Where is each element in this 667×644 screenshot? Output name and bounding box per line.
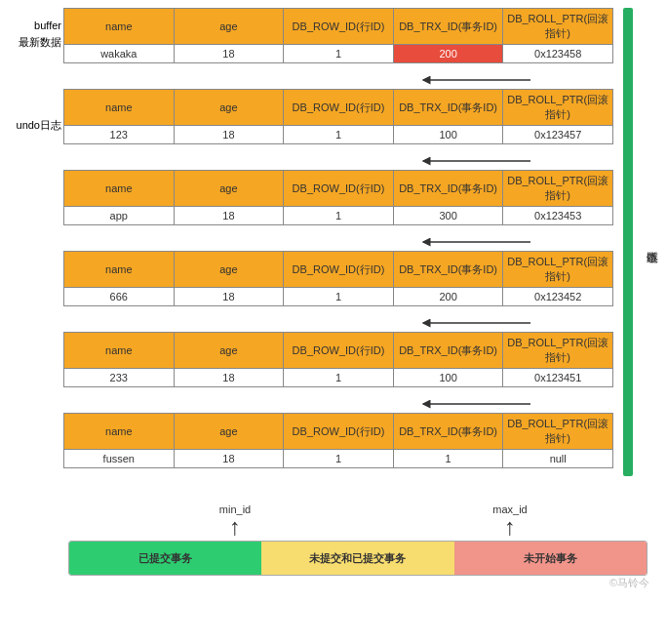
- td-fussen: fussen: [64, 450, 175, 468]
- up-arrow-max-icon: ↑: [504, 515, 516, 539]
- undo5-data-row: fussen 18 1 1 null: [64, 450, 613, 468]
- td-ptr-3: 0x123452: [503, 288, 613, 306]
- undo1-header-row: name age DB_ROW_ID(行ID) DB_TRX_ID(事务ID) …: [64, 90, 613, 126]
- up-arrow-min-icon: ↑: [229, 515, 241, 539]
- td-200-0: 200: [393, 45, 503, 63]
- undo-table-1-block: name age DB_ROW_ID(行ID) DB_TRX_ID(事务ID) …: [63, 89, 613, 144]
- undo-table-5-block: name age DB_ROW_ID(行ID) DB_TRX_ID(事务ID) …: [63, 413, 613, 468]
- th-trx-id-4: DB_TRX_ID(事务ID): [393, 333, 503, 369]
- th-name-2: name: [64, 171, 175, 207]
- up-arrow-min: ↑: [98, 515, 373, 539]
- arrow-5: [63, 395, 613, 413]
- undo-table-1: name age DB_ROW_ID(行ID) DB_TRX_ID(事务ID) …: [63, 89, 613, 144]
- bar-uncommitted-label: 未提交和已提交事务: [309, 551, 406, 566]
- th-row-id: DB_ROW_ID(行ID): [284, 9, 394, 45]
- td-200-3: 200: [393, 288, 503, 306]
- td-666: 666: [64, 288, 175, 306]
- buffer-header-row: name age DB_ROW_ID(行ID) DB_TRX_ID(事务ID) …: [64, 9, 613, 45]
- td-ptr-2: 0x123453: [503, 207, 613, 225]
- th-row-id-3: DB_ROW_ID(行ID): [284, 252, 394, 288]
- td-100-4: 100: [393, 369, 503, 387]
- th-roll-ptr-1: DB_ROLL_PTR(回滚指针): [503, 90, 613, 126]
- th-age-3: age: [174, 252, 284, 288]
- buffer-data-row: wakaka 18 1 200 0x123458: [64, 45, 613, 63]
- bar-uncommitted: 未提交和已提交事务: [261, 542, 453, 575]
- id-labels-row: min_id max_id: [68, 503, 647, 515]
- bar-not-started: 未开始事务: [454, 542, 647, 575]
- undo-table-3-block: name age DB_ROW_ID(行ID) DB_TRX_ID(事务ID) …: [63, 251, 613, 306]
- bar-not-started-label: 未开始事务: [524, 551, 577, 566]
- td-1-4: 1: [284, 369, 394, 387]
- td-100-1: 100: [393, 126, 503, 144]
- td-wakaka: wakaka: [64, 45, 175, 63]
- undo-table-4-block: name age DB_ROW_ID(行ID) DB_TRX_ID(事务ID) …: [63, 332, 613, 387]
- undo3-header-row: name age DB_ROW_ID(行ID) DB_TRX_ID(事务ID) …: [64, 252, 613, 288]
- undo-table-2: name age DB_ROW_ID(行ID) DB_TRX_ID(事务ID) …: [63, 170, 613, 225]
- th-roll-ptr-4: DB_ROLL_PTR(回滚指针): [503, 333, 613, 369]
- td-1-1: 1: [284, 126, 394, 144]
- arrow-3: [63, 233, 613, 251]
- td-123: 123: [64, 126, 175, 144]
- th-trx-id-3: DB_TRX_ID(事务ID): [393, 252, 503, 288]
- td-18-5: 18: [174, 450, 284, 468]
- undo-label: undo日志: [5, 117, 61, 134]
- th-name-5: name: [64, 414, 175, 450]
- arrow-svg-2: [418, 153, 535, 169]
- main-wrapper: buffer 最新数据 undo日志 name age DB_ROW_ID(行I…: [0, 0, 667, 484]
- td-ptr-4: 0x123451: [503, 369, 613, 387]
- undo4-header-row: name age DB_ROW_ID(行ID) DB_TRX_ID(事务ID) …: [64, 333, 613, 369]
- arrow-svg-1: [418, 72, 535, 88]
- undo2-data-row: app 18 1 300 0x123453: [64, 207, 613, 225]
- th-row-id-2: DB_ROW_ID(行ID): [284, 171, 394, 207]
- th-age-1: age: [174, 90, 284, 126]
- td-18-1: 18: [174, 126, 284, 144]
- td-ptr-1: 0x123457: [503, 126, 613, 144]
- undo4-data-row: 233 18 1 100 0x123451: [64, 369, 613, 387]
- undo-table-3: name age DB_ROW_ID(行ID) DB_TRX_ID(事务ID) …: [63, 251, 613, 306]
- th-age-5: age: [174, 414, 284, 450]
- td-18-2: 18: [174, 207, 284, 225]
- arrows-row: ↑ ↑: [68, 515, 647, 539]
- bottom-section: min_id max_id ↑ ↑ 已提交事务 未提交和已提交事务 未开始事务: [0, 503, 667, 585]
- bar-committed-label: 已提交事务: [138, 551, 192, 566]
- th-roll-ptr-2: DB_ROLL_PTR(回滚指针): [503, 171, 613, 207]
- td-1-0: 1: [284, 45, 394, 63]
- bar-committed: 已提交事务: [69, 542, 261, 575]
- th-age-4: age: [174, 333, 284, 369]
- undo-table-2-block: name age DB_ROW_ID(行ID) DB_TRX_ID(事务ID) …: [63, 170, 613, 225]
- td-null: null: [503, 450, 613, 468]
- transaction-bar: 已提交事务 未提交和已提交事务 未开始事务: [68, 541, 647, 576]
- undo1-data-row: 123 18 1 100 0x123457: [64, 126, 613, 144]
- arrow-svg-5: [418, 396, 535, 412]
- td-300-2: 300: [393, 207, 503, 225]
- td-18-0: 18: [174, 45, 284, 63]
- th-trx-id-2: DB_TRX_ID(事务ID): [393, 171, 503, 207]
- arrow-svg-4: [418, 315, 535, 331]
- th-name-4: name: [64, 333, 175, 369]
- th-trx-id-1: DB_TRX_ID(事务ID): [393, 90, 503, 126]
- tables-area: name age DB_ROW_ID(行ID) DB_TRX_ID(事务ID) …: [63, 8, 613, 476]
- th-roll-ptr: DB_ROLL_PTR(回滚指针): [503, 9, 613, 45]
- td-1-trx: 1: [393, 450, 503, 468]
- td-app: app: [64, 207, 175, 225]
- th-roll-ptr-3: DB_ROLL_PTR(回滚指针): [503, 252, 613, 288]
- undo-table-4: name age DB_ROW_ID(行ID) DB_TRX_ID(事务ID) …: [63, 332, 613, 387]
- td-1-2: 1: [284, 207, 394, 225]
- th-row-id-5: DB_ROW_ID(行ID): [284, 414, 394, 450]
- th-roll-ptr-5: DB_ROLL_PTR(回滚指针): [503, 414, 613, 450]
- arrow-svg-3: [418, 234, 535, 250]
- up-arrow-max: ↑: [373, 515, 647, 539]
- th-name: name: [64, 9, 175, 45]
- undo3-data-row: 666 18 1 200 0x123452: [64, 288, 613, 306]
- th-trx-id: DB_TRX_ID(事务ID): [393, 9, 503, 45]
- th-trx-id-5: DB_TRX_ID(事务ID): [393, 414, 503, 450]
- th-name-1: name: [64, 90, 175, 126]
- undo-table-5: name age DB_ROW_ID(行ID) DB_TRX_ID(事务ID) …: [63, 413, 613, 468]
- buffer-table-block: name age DB_ROW_ID(行ID) DB_TRX_ID(事务ID) …: [63, 8, 613, 63]
- th-row-id-4: DB_ROW_ID(行ID): [284, 333, 394, 369]
- buffer-label: buffer 最新数据: [5, 18, 61, 50]
- th-name-3: name: [64, 252, 175, 288]
- th-row-id-1: DB_ROW_ID(行ID): [284, 90, 394, 126]
- arrow-1: [63, 71, 613, 89]
- td-ptr-0: 0x123458: [503, 45, 613, 63]
